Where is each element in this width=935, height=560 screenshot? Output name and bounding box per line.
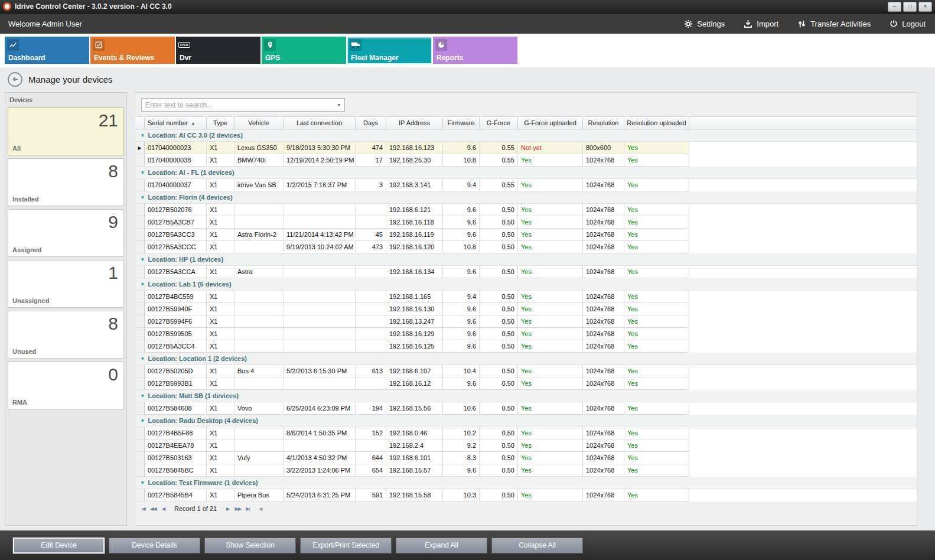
minimize-button[interactable]: – [888,2,901,12]
row-filler [689,229,917,241]
topbar-action-logout[interactable]: Logout [890,19,926,28]
last-record-button[interactable]: ▶| [243,506,253,512]
tab-events-reviews[interactable]: Events & Reviews [90,37,175,64]
device-row[interactable]: 017040000037X1idrive Van SB1/2/2015 7:16… [135,179,917,191]
device-row[interactable]: 00127B5993B1X1192.168.16.129.60.50Yes102… [135,377,917,390]
device-filter-card-rma[interactable]: 0RMA [8,362,124,409]
device-row[interactable]: 00127B5A3CB7X1192.168.16.1189.60.50Yes10… [135,216,917,229]
device-filter-card-unassigned[interactable]: 1Unassigned [8,260,124,308]
device-filter-card-installed[interactable]: 8Installed [8,158,124,206]
cell-vehicle: Pipera Bus [234,489,284,502]
grid-body: ▾Location: Al CC 3.0 (2 devices)▶0170400… [135,129,917,502]
device-row[interactable]: 00127B584608X1Vovo6/25/2014 6:23:09 PM19… [135,402,917,415]
device-row[interactable]: 00127B5A3CC3X1Astra Florin-211/21/2014 4… [135,229,917,241]
tab-dashboard[interactable]: Dashboard [5,37,89,64]
device-row[interactable]: 00127B5A3CC4X1192.168.16.1259.60.50Yes10… [135,340,917,353]
group-row[interactable]: ▾Location: Al - FL (1 devices) [135,167,917,179]
column-header-last-connection[interactable]: Last connection [284,116,356,129]
column-header-ip-address[interactable]: IP Address [386,116,443,129]
row-indicator-cell [135,229,145,241]
device-row[interactable]: 00127B5A3CCCX19/19/2013 10:24:02 AM47319… [135,241,917,253]
device-row[interactable]: ▶017040000023X1Lexus GS3509/18/2013 5:30… [135,142,917,154]
cell-g-force: 0.55 [480,179,518,191]
row-filler [689,427,917,439]
group-row[interactable]: ▾Location: Test Firmware (1 devices) [135,477,917,489]
group-row[interactable]: ▾Location: Radu Desktop (4 devices) [135,415,917,427]
group-row[interactable]: ▾Location: Location 1 (2 devices) [135,353,917,365]
device-row[interactable]: 00127B599505X1192.168.16.1299.60.50Yes10… [135,328,917,340]
cell-days: 613 [356,365,386,377]
cell-firmware: 9.6 [443,464,480,477]
column-header-g-force-uploaded[interactable]: G-Force uploaded [518,116,583,129]
group-row[interactable]: ▾Location: Lab 1 (5 devices) [135,278,917,291]
column-header-days[interactable]: Days [356,116,386,129]
group-row[interactable]: ▾Location: Al CC 3.0 (2 devices) [135,129,917,142]
group-row[interactable]: ▾Location: HP (1 devices) [135,253,917,266]
group-row[interactable]: ▾Location: Florin (4 devices) [135,191,917,204]
column-header-g-force[interactable]: G-Force [480,116,518,129]
device-filter-card-assigned[interactable]: 9Assigned [8,209,124,257]
row-filler [689,489,917,502]
device-row[interactable]: 00127B4EEA78X1192.168.2.49.20.50Yes1024x… [135,439,917,452]
device-row[interactable]: 00127B5A3CCAX1Astra192.168.16.1349.60.50… [135,266,917,278]
cell-type: X1 [207,204,234,216]
device-row[interactable]: 00127B503163X1Vufy4/1/2013 4:50:32 PM644… [135,452,917,464]
device-row[interactable]: 00127B502076X1192.168.6.1219.60.50Yes102… [135,204,917,216]
cell-days [356,377,386,390]
topbar-action-settings[interactable]: Settings [684,19,725,28]
chevron-down-icon[interactable]: ▼ [334,103,344,107]
cell-resolution-uploaded: Yes [624,464,689,477]
group-row[interactable]: ▾Location: Matt SB (1 devices) [135,390,917,402]
first-record-button[interactable]: |◀ [138,506,148,512]
column-header-firmware[interactable]: Firmware [443,116,480,129]
cell-type: X1 [207,241,234,253]
column-header-resolution-uploaded[interactable]: Resolution uploaded [624,116,689,129]
tab-dvr[interactable]: DVRDvr [176,37,260,64]
cell-ip-address: 192.168.3.141 [386,179,443,191]
column-header-serial-number[interactable]: Serial number▲ [145,116,207,129]
column-header-resolution[interactable]: Resolution [583,116,624,129]
search-input[interactable] [142,101,334,109]
next-page-button[interactable]: ▶▶ [233,506,243,512]
device-row[interactable]: 00127B4BC559X1192.168.1.1659.40.50Yes102… [135,291,917,303]
cell-g-force: 0.50 [480,303,518,315]
device-row[interactable]: 00127B4B5F88X18/6/2014 1:50:35 PM152192.… [135,427,917,439]
back-button[interactable] [8,72,22,87]
device-row[interactable]: 00127B5845BCX13/22/2013 1:24:06 PM654192… [135,464,917,477]
edit-device-button[interactable]: Edit Device [13,538,105,554]
search-combobox[interactable]: ▼ [141,98,345,112]
cell-days: 3 [356,179,386,191]
tab-fleet-manager[interactable]: Fleet Manager [347,37,432,64]
device-row[interactable]: 00127B5845B4X1Pipera Bus5/24/2013 6:31:2… [135,489,917,502]
prev-record-button[interactable]: ◀ [158,506,168,512]
export-print-selected-button[interactable]: Export/Print Selected [300,538,392,554]
cell-type: X1 [207,489,234,502]
expand-all-button[interactable]: Expand All [396,538,487,554]
row-indicator-cell [135,427,145,439]
cell-g-force-uploaded: Yes [518,452,583,464]
device-row[interactable]: 00127B5994F6X1192.168.13.2479.60.50Yes10… [135,315,917,328]
device-filter-card-all[interactable]: 21All [8,108,124,155]
column-header-vehicle[interactable]: Vehicle [234,116,284,129]
next-record-button[interactable]: ▶ [223,506,233,512]
maximize-button[interactable]: □ [903,2,917,12]
device-row[interactable]: 00127B59940FX1192.168.16.1309.60.50Yes10… [135,303,917,315]
devices-panel: ▼ Serial number▲TypeVehicleLast connecti… [135,92,917,526]
column-header-type[interactable]: Type [207,116,234,129]
h-scroll-left-icon[interactable]: ◀ [259,506,262,512]
tab-gps[interactable]: GPS [262,37,346,64]
cell-serial-number: 00127B599505 [145,328,207,340]
topbar-action-transfer-activities[interactable]: Transfer Activities [797,19,871,28]
device-filter-card-unused[interactable]: 8Unused [8,311,124,359]
collapse-all-button[interactable]: Collapse All [491,538,583,554]
device-filter-label: Unused [12,348,36,355]
device-row[interactable]: 00127B50205DX1Bus 45/2/2013 6:15:30 PM61… [135,365,917,377]
device-row[interactable]: 017040000038X1BMW740i12/19/2014 2:50:19 … [135,154,917,167]
close-button[interactable]: × [918,2,932,12]
prev-page-button[interactable]: ◀◀ [148,506,158,512]
cell-serial-number: 017040000023 [145,142,207,154]
topbar-action-import[interactable]: Import [744,19,778,28]
tab-reports[interactable]: Reports [433,37,517,64]
show-selection-button[interactable]: Show Selection [204,538,296,554]
device-details-button[interactable]: Device Details [109,538,200,554]
